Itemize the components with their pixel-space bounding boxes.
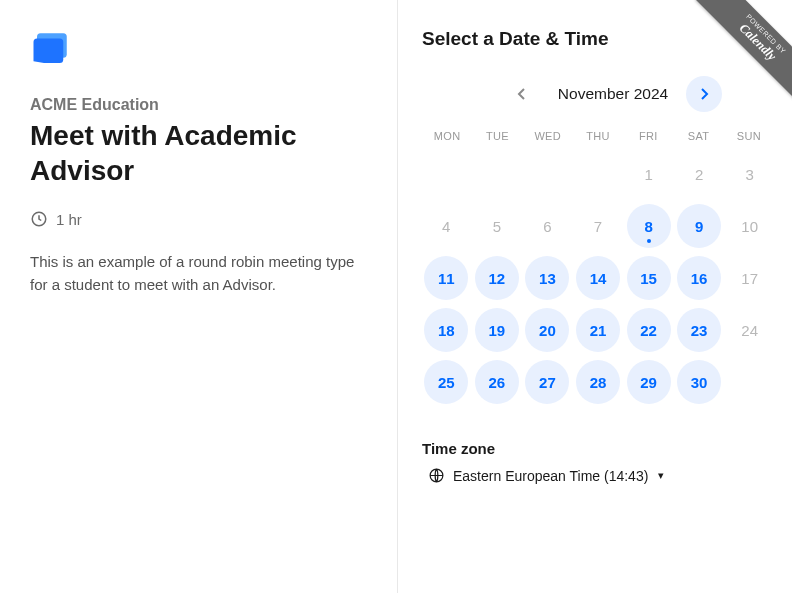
weekday-header: SAT: [673, 130, 723, 142]
next-month-button[interactable]: [686, 76, 722, 112]
timezone-selector[interactable]: Eastern European Time (14:43) ▾: [422, 467, 774, 484]
weekday-headers: MONTUEWEDTHUFRISATSUN: [422, 130, 774, 142]
calendar-day-available[interactable]: 20: [525, 308, 569, 352]
calendar-day-disabled: 1: [627, 152, 671, 196]
app-logo: [30, 28, 72, 70]
caret-down-icon: ▾: [658, 469, 664, 482]
calendar-day-available[interactable]: 19: [475, 308, 519, 352]
calendar-day-available[interactable]: 22: [627, 308, 671, 352]
calendar-day-available[interactable]: 12: [475, 256, 519, 300]
calendar-day-available[interactable]: 21: [576, 308, 620, 352]
calendar-day-available[interactable]: 29: [627, 360, 671, 404]
calendar-day-available[interactable]: 23: [677, 308, 721, 352]
calendar-day-available[interactable]: 16: [677, 256, 721, 300]
duration-text: 1 hr: [56, 211, 82, 228]
month-navigation: November 2024: [422, 76, 774, 112]
calendar-day-available[interactable]: 13: [525, 256, 569, 300]
duration: 1 hr: [30, 210, 367, 228]
globe-icon: [428, 467, 445, 484]
calendar-day-available[interactable]: 14: [576, 256, 620, 300]
calendar-day-disabled: 10: [728, 204, 772, 248]
weekday-header: TUE: [472, 130, 522, 142]
chevron-right-icon: [698, 88, 710, 100]
select-date-heading: Select a Date & Time: [422, 28, 774, 50]
calendar-day-available[interactable]: 11: [424, 256, 468, 300]
calendar-day-available[interactable]: 15: [627, 256, 671, 300]
clock-icon: [30, 210, 48, 228]
calendar-day-available[interactable]: 9: [677, 204, 721, 248]
meeting-title: Meet with Academic Advisor: [30, 118, 367, 188]
calendar-day-disabled: 6: [525, 204, 569, 248]
chevron-left-icon: [516, 88, 528, 100]
calendar-day-available[interactable]: 30: [677, 360, 721, 404]
timezone-label: Time zone: [422, 440, 774, 457]
weekday-header: FRI: [623, 130, 673, 142]
calendar-day-disabled: 3: [728, 152, 772, 196]
calendar-day-disabled: 4: [424, 204, 468, 248]
current-month: November 2024: [558, 85, 668, 103]
weekday-header: THU: [573, 130, 623, 142]
timezone-value: Eastern European Time (14:43): [453, 468, 648, 484]
prev-month-button[interactable]: [504, 76, 540, 112]
organization-name: ACME Education: [30, 96, 367, 114]
calendar-day-disabled: 2: [677, 152, 721, 196]
calendar-day-disabled: 24: [728, 308, 772, 352]
calendar-day-available[interactable]: 25: [424, 360, 468, 404]
calendar-day-available[interactable]: 28: [576, 360, 620, 404]
weekday-header: WED: [523, 130, 573, 142]
calendar-day-disabled: 7: [576, 204, 620, 248]
calendar-day-available[interactable]: 27: [525, 360, 569, 404]
calendar-day-disabled: 5: [475, 204, 519, 248]
today-indicator: [647, 239, 651, 243]
meeting-description: This is an example of a round robin meet…: [30, 250, 367, 297]
calendar-day-available[interactable]: 26: [475, 360, 519, 404]
calendar-day-available[interactable]: 8: [627, 204, 671, 248]
calendar-day-disabled: 17: [728, 256, 772, 300]
calendar-grid: 1234567891011121314151617181920212223242…: [422, 152, 774, 404]
weekday-header: MON: [422, 130, 472, 142]
calendar-day-available[interactable]: 18: [424, 308, 468, 352]
weekday-header: SUN: [724, 130, 774, 142]
